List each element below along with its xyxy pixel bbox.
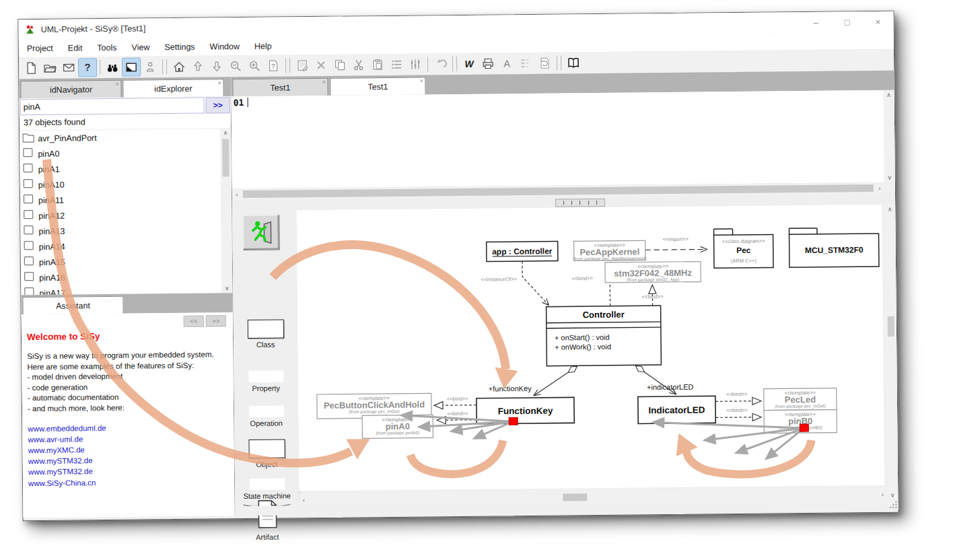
close-button[interactable]: ×	[862, 11, 893, 32]
toolbar-undo-button[interactable]	[431, 55, 449, 73]
toolbar-doc-question-button[interactable]: ?	[264, 57, 282, 75]
editor-vscrollbar[interactable]: ∧ ∨	[884, 90, 895, 182]
toolbar-person-button[interactable]	[141, 58, 159, 75]
list-item[interactable]: pinA16	[21, 268, 221, 285]
toolbar-font-a-button[interactable]: A	[498, 55, 516, 72]
uml-node-pecled[interactable]: <<template>>PecLed(from package pec_InOu…	[764, 388, 837, 411]
scroll-up-icon[interactable]: ∧	[223, 128, 228, 137]
toolbar-zoom-out-button[interactable]	[227, 57, 244, 75]
toolbar-zoom-in-button[interactable]	[246, 57, 263, 75]
close-tab-icon[interactable]: ×	[419, 77, 423, 84]
toolbar-cut-button[interactable]	[350, 56, 367, 73]
toolbar-search-binoculars-button[interactable]	[104, 59, 121, 76]
toolbar-book-button[interactable]	[565, 54, 582, 71]
scroll-up-icon[interactable]: ∧	[888, 205, 892, 214]
tab-test1-1[interactable]: Test1×	[330, 77, 425, 95]
close-tab-icon[interactable]: ×	[217, 79, 221, 86]
code-editor[interactable]: 01	[232, 90, 884, 189]
menu-window[interactable]: Window	[209, 42, 240, 51]
menu-tools[interactable]: Tools	[97, 43, 116, 53]
diagram-canvas[interactable]: <<import>><<instanceOf>><<bind>><<bind>>…	[296, 205, 884, 491]
drag-handle[interactable]	[800, 424, 808, 431]
toolbar-mail-button[interactable]	[60, 59, 77, 76]
scroll-down-icon[interactable]: ∨	[890, 491, 895, 500]
splitter-grip-icon[interactable]	[555, 199, 605, 207]
toolbar-arrow-up-button[interactable]	[189, 58, 207, 75]
menu-edit[interactable]: Edit	[68, 43, 83, 53]
list-item[interactable]: pinA12	[20, 206, 221, 223]
run-button[interactable]	[242, 215, 279, 250]
toolbar-filter-bars-button[interactable]	[407, 55, 424, 73]
scroll-thumb[interactable]	[888, 316, 894, 337]
resize-grip-icon[interactable]	[890, 501, 896, 508]
tab-idnavigator-0[interactable]: idNavigator×	[20, 80, 121, 98]
maximize-button[interactable]: □	[831, 11, 862, 32]
uml-node-stm32[interactable]: <<template>>stm32F042_48MHz(from package…	[605, 262, 701, 283]
svg-text:W: W	[464, 59, 474, 69]
scroll-thumb[interactable]	[222, 139, 230, 176]
list-scrollbar[interactable]: ∧ ∨	[220, 128, 232, 293]
scroll-down-icon[interactable]: ∨	[225, 283, 230, 293]
menu-project[interactable]: Project	[27, 44, 53, 53]
toolbar-word-button[interactable]: W	[460, 55, 478, 73]
toolbar-copy-button[interactable]	[331, 57, 349, 74]
list-item[interactable]: avr_PinAndPort	[20, 129, 220, 146]
left-panel: idNavigator×idExplorer× >> 37 objects fo…	[19, 77, 235, 518]
scroll-left-icon[interactable]: ‹	[232, 190, 242, 198]
search-input[interactable]	[20, 98, 205, 116]
toolbar-refresh-doc-button[interactable]	[536, 55, 553, 72]
toolbar-help-button[interactable]: ?	[79, 59, 96, 76]
assistant-next-button[interactable]: >>	[206, 315, 226, 326]
list-item[interactable]: pinA1	[20, 160, 220, 177]
scroll-right-icon[interactable]: ›	[875, 184, 884, 192]
uml-node-controller[interactable]: Controller+ onStart() : void+ onWork() :…	[546, 306, 662, 366]
assistant-prev-button[interactable]: <<	[184, 316, 204, 327]
tab-idexplorer-1[interactable]: idExplorer×	[122, 79, 223, 97]
toolbar-connect-lines-button[interactable]	[517, 55, 534, 72]
palette-property[interactable]: Property	[234, 370, 297, 392]
close-tab-icon[interactable]: ×	[115, 81, 119, 88]
toolbar-align-list-button[interactable]	[388, 56, 405, 73]
palette-state-machine[interactable]: State machine	[235, 478, 299, 500]
palette-object[interactable]: Object	[234, 439, 298, 468]
toolbar-home-button[interactable]	[170, 58, 188, 75]
list-item[interactable]: pinA13	[20, 221, 221, 239]
minimize-button[interactable]: –	[800, 12, 831, 32]
uml-node-mcu[interactable]: MCU_STM32F0	[789, 228, 879, 267]
toolbar-new-document-button[interactable]	[22, 59, 40, 77]
uml-node-indicatorled[interactable]: IndicatorLED	[638, 396, 715, 423]
close-tab-icon[interactable]: ×	[322, 79, 326, 85]
list-item[interactable]: pinA11	[20, 190, 221, 208]
scroll-right-icon[interactable]: ›	[878, 491, 887, 498]
toolbar-delete-x-button[interactable]	[312, 57, 330, 74]
assistant-link[interactable]: www.SiSy-China.cn	[28, 476, 229, 489]
menu-help[interactable]: Help	[254, 42, 272, 51]
list-item[interactable]: pinA10	[20, 175, 221, 193]
list-item[interactable]: pinA0	[20, 144, 220, 162]
palette-class[interactable]: Class	[234, 319, 297, 349]
toolbar-arrow-down-button[interactable]	[208, 57, 225, 75]
toolbar-print-button[interactable]	[479, 55, 497, 72]
toolbar-note-edit-button[interactable]	[293, 57, 311, 74]
scroll-up-icon[interactable]: ∧	[886, 90, 891, 100]
tab-test1-0[interactable]: Test1×	[232, 78, 328, 96]
list-item[interactable]: pinA15	[21, 252, 221, 270]
list-item[interactable]: pinA14	[21, 237, 221, 254]
uml-node-kernel[interactable]: <<template>>PecAppKernel(from package pe…	[573, 240, 646, 262]
scroll-down-icon[interactable]: ∨	[887, 173, 892, 182]
search-go-button[interactable]: >>	[206, 97, 230, 113]
toolbar-open-folder-button[interactable]	[41, 59, 59, 77]
note-edit-icon	[295, 59, 309, 72]
uml-node-app[interactable]: app : Controller	[487, 242, 558, 262]
tab-assistant[interactable]: Assistant	[22, 296, 123, 314]
uml-node-pec[interactable]: <<class diagram>>Pec(ARM C++)	[713, 229, 773, 269]
menu-settings[interactable]: Settings	[164, 42, 195, 52]
toolbar-paste-button[interactable]	[369, 56, 386, 73]
scroll-thumb[interactable]	[563, 493, 587, 501]
palette-operation[interactable]: Operation	[234, 405, 298, 427]
toolbar-diagram-window-button[interactable]	[122, 59, 140, 76]
drag-handle[interactable]	[509, 417, 518, 425]
scroll-left-icon[interactable]: ‹	[299, 496, 308, 503]
diagram-vscrollbar[interactable]: ∧ ∨	[884, 205, 898, 500]
menu-view[interactable]: View	[131, 42, 149, 52]
